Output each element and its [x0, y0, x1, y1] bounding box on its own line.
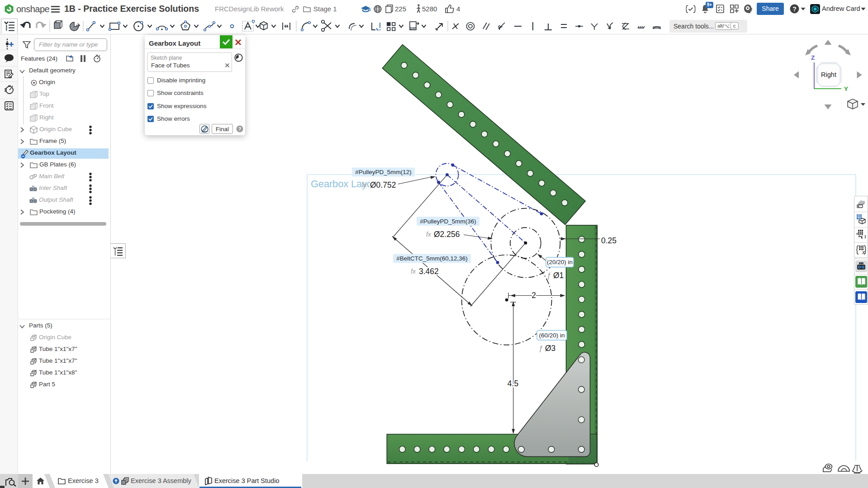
svg-text:Ø3: Ø3 [545, 344, 555, 353]
svg-text:(20/20) in: (20/20) in [547, 259, 573, 265]
svg-text:2: 2 [531, 291, 536, 300]
svg-text:ƒ: ƒ [539, 345, 543, 352]
svg-text:ƒ: ƒ [547, 272, 551, 280]
svg-text:4.5: 4.5 [508, 379, 518, 388]
svg-text:0.25: 0.25 [601, 236, 617, 245]
svg-text:Y: Y [844, 85, 848, 92]
svg-text:fx: fx [426, 231, 432, 238]
svg-text:?: ? [238, 126, 242, 132]
svg-text:#PulleyPD_5mm(36): #PulleyPD_5mm(36) [420, 218, 476, 225]
svg-text:3.462: 3.462 [419, 267, 439, 276]
svg-text:DXF: DXF [410, 27, 417, 30]
svg-text:#BeltCTC_5mm(60,12,36): #BeltCTC_5mm(60,12,36) [396, 255, 468, 262]
svg-text:?: ? [792, 5, 797, 13]
svg-text:#PulleyPD_5mm(12): #PulleyPD_5mm(12) [355, 169, 412, 175]
svg-text:Ø1: Ø1 [553, 271, 564, 280]
svg-text:Z: Z [811, 54, 815, 61]
svg-text:Ø2.256: Ø2.256 [434, 230, 460, 239]
svg-text:Right: Right [821, 71, 836, 78]
svg-text:fx: fx [362, 181, 367, 189]
svg-text:fx: fx [411, 268, 416, 275]
svg-text:(60/20) in: (60/20) in [539, 332, 564, 339]
svg-text:Ø0.752: Ø0.752 [370, 180, 396, 190]
